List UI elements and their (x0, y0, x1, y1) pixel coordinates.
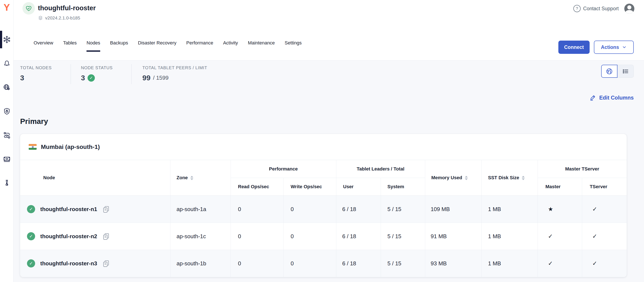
column-header-memory[interactable]: Memory Used (425, 160, 481, 196)
sst-disk-size: 1 MB (481, 196, 538, 223)
globe-icon (606, 68, 613, 75)
heart-check-icon (25, 5, 32, 12)
node-status-check-icon: ✓ (27, 232, 35, 240)
table-row: ✓ thoughtful-rooster-n3 ap-south-1b 0 0 … (20, 250, 627, 277)
contact-support-label: Contact Support (583, 6, 619, 11)
sidebar-item-integrations[interactable] (0, 127, 14, 144)
sidebar-item-clusters[interactable] (0, 31, 14, 48)
stat-total-nodes: TOTAL NODES 3 (20, 64, 71, 84)
stat-label: TOTAL TABLET PEERS / LIMIT (142, 65, 207, 70)
system-tablets: 5 / 15 (381, 250, 425, 277)
stat-limit: / 1599 (153, 75, 168, 81)
system-tablets: 5 / 15 (381, 223, 425, 250)
region-title: Mumbai (ap-south-1) (41, 143, 100, 150)
tserver-check-icon: ✓ (582, 250, 627, 277)
sort-icon (465, 176, 468, 180)
security-shield-lock-icon (3, 108, 11, 115)
sort-icon (522, 176, 525, 180)
sst-disk-size: 1 MB (481, 250, 538, 277)
column-header-tserver: TServer (582, 178, 627, 196)
integrations-flow-icon (3, 131, 11, 139)
labs-flask-icon (3, 179, 11, 187)
stat-node-status: NODE STATUS 3 ✓ (71, 64, 132, 84)
tab-maintenance[interactable]: Maintenance (248, 40, 275, 53)
column-header-user: User (336, 178, 381, 196)
column-header-write-ops: Write Ops/sec (283, 178, 336, 196)
column-header-master: Master (538, 178, 582, 196)
stat-value: 99 (142, 74, 150, 82)
cluster-hub-icon (3, 36, 11, 43)
yugabyte-logo-icon[interactable]: Y (0, 0, 14, 15)
sidebar: Y (0, 0, 14, 282)
tab-settings[interactable]: Settings (285, 40, 302, 53)
read-ops: 0 (230, 223, 283, 250)
tab-disaster-recovery[interactable]: Disaster Recovery (138, 40, 176, 53)
tab-overview[interactable]: Overview (34, 40, 53, 53)
user-tablets: 6 / 18 (336, 250, 381, 277)
stat-label: TOTAL NODES (20, 65, 71, 70)
node-status-check-icon: ✓ (27, 259, 35, 268)
actions-button-label: Actions (601, 44, 619, 50)
stat-value: 3 (81, 74, 85, 82)
actions-button[interactable]: Actions (594, 41, 634, 54)
tab-performance[interactable]: Performance (186, 40, 213, 53)
tab-tables[interactable]: Tables (63, 40, 77, 53)
column-group-master-tserver: Master TServer (538, 160, 627, 178)
titlebar: thoughtful-rooster v2024.2.1.0-b185 ? Co… (14, 0, 644, 28)
column-header-zone[interactable]: Zone (170, 160, 230, 196)
check-circle-icon: ✓ (88, 74, 95, 82)
pencil-icon (590, 94, 596, 101)
connect-button[interactable]: Connect (558, 41, 590, 54)
map-view-toggle[interactable] (601, 65, 618, 78)
version-row: v2024.2.1.0-b185 (38, 15, 80, 20)
contact-support-link[interactable]: ? Contact Support (573, 5, 619, 12)
write-ops: 0 (283, 223, 336, 250)
user-tablets: 6 / 18 (336, 223, 381, 250)
tserver-check-icon: ✓ (582, 196, 627, 223)
tab-bar: Overview Tables Nodes Backups Disaster R… (34, 40, 302, 53)
sort-icon (190, 176, 193, 180)
node-name: thoughtful-rooster-n3 (40, 260, 97, 267)
list-view-toggle[interactable] (618, 65, 634, 78)
table-row: ✓ thoughtful-rooster-n1 ap-south-1a 0 0 … (20, 196, 627, 223)
copy-icon[interactable] (102, 233, 110, 240)
column-header-system: System (381, 178, 425, 196)
node-status-check-icon: ✓ (27, 205, 35, 213)
billing-banknote-icon (3, 155, 11, 163)
copy-icon[interactable] (102, 260, 110, 267)
tab-backups[interactable]: Backups (110, 40, 128, 53)
node-zone: ap-south-1a (170, 196, 230, 223)
nodes-table: Node Zone Performance Tablet Leaders / T… (20, 160, 627, 277)
list-icon (622, 68, 629, 75)
stat-tablet-peers: TOTAL TABLET PEERS / LIMIT 99 / 1599 (132, 64, 216, 84)
system-tablets: 5 / 15 (381, 196, 425, 223)
column-header-read-ops: Read Ops/sec (230, 178, 283, 196)
master-check-icon: ✓ (538, 223, 582, 250)
column-group-tablet-leaders: Tablet Leaders / Total (336, 160, 425, 178)
tab-activity[interactable]: Activity (223, 40, 238, 53)
sidebar-item-labs[interactable] (0, 174, 14, 192)
sidebar-item-network[interactable] (0, 79, 14, 96)
page-title: thoughtful-rooster (38, 4, 96, 12)
edit-columns-button[interactable]: Edit Columns (590, 94, 634, 101)
table-row: ✓ thoughtful-rooster-n2 ap-south-1c 0 0 … (20, 223, 627, 250)
view-toggle (601, 65, 634, 78)
master-leader-star-icon: ★ (538, 196, 582, 223)
sidebar-item-security[interactable] (0, 103, 14, 120)
region-card: Mumbai (ap-south-1) Node Zone Performanc… (20, 134, 627, 277)
copy-icon[interactable] (102, 206, 110, 213)
sidebar-item-alerts[interactable] (0, 55, 14, 72)
write-ops: 0 (283, 250, 336, 277)
stat-value: 3 (20, 74, 24, 82)
india-flag-icon (29, 144, 36, 150)
read-ops: 0 (230, 250, 283, 277)
node-zone: ap-south-1b (170, 250, 230, 277)
column-header-sst[interactable]: SST Disk Size (481, 160, 538, 196)
alerts-bell-icon (3, 60, 11, 67)
sidebar-item-billing[interactable] (0, 150, 14, 168)
layers-version-icon (38, 15, 43, 20)
cluster-health-badge (22, 2, 35, 14)
user-avatar[interactable] (624, 4, 634, 14)
column-header-node: Node (20, 160, 170, 196)
tab-nodes[interactable]: Nodes (86, 40, 100, 53)
